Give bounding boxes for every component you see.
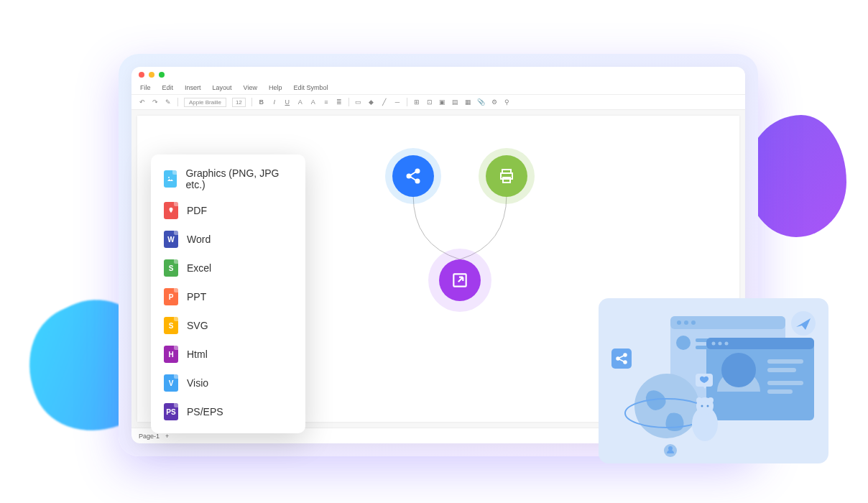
svg-rect-31: [767, 359, 803, 364]
export-node[interactable]: [439, 259, 481, 301]
svg-point-40: [708, 397, 714, 403]
menubar: File Edit Insert Layout View Help Edit S…: [131, 83, 745, 94]
decorative-blob-right: [746, 115, 846, 237]
share-node[interactable]: [392, 155, 434, 197]
export-item-html[interactable]: H Html: [151, 340, 305, 369]
svg-point-13: [624, 361, 627, 364]
excel-file-icon: S: [164, 259, 178, 277]
html-file-icon: H: [164, 346, 178, 363]
line-style-icon[interactable]: ─: [394, 98, 401, 106]
export-label: Visio: [187, 377, 208, 389]
print-icon: [498, 167, 515, 185]
italic-icon[interactable]: I: [271, 98, 278, 106]
export-label: Word: [187, 234, 211, 245]
add-page-button[interactable]: +: [165, 433, 169, 440]
print-node[interactable]: [486, 155, 527, 197]
page-tab[interactable]: Page-1: [139, 433, 160, 440]
layer-icon[interactable]: ▤: [452, 98, 459, 106]
svg-rect-34: [767, 389, 793, 394]
svg-file-icon: S: [164, 317, 178, 334]
align-icon[interactable]: ⊞: [413, 98, 420, 106]
menu-edit[interactable]: Edit: [162, 84, 174, 91]
svg-point-12: [617, 357, 619, 360]
distribute-icon[interactable]: ⊡: [426, 98, 433, 106]
svg-point-42: [707, 405, 709, 407]
font-color-icon[interactable]: A: [297, 98, 304, 106]
pdf-file-icon: [164, 202, 178, 219]
font-size-selector[interactable]: 12: [232, 98, 246, 107]
svg-point-30: [721, 353, 756, 387]
align-left-icon[interactable]: ≡: [323, 98, 330, 106]
export-item-ps[interactable]: PS PS/EPS: [151, 397, 305, 426]
svg-point-21: [691, 320, 696, 325]
redo-icon[interactable]: ↷: [152, 98, 159, 106]
svg-point-39: [696, 397, 702, 403]
export-item-ppt[interactable]: P PPT: [151, 282, 305, 311]
export-item-excel[interactable]: S Excel: [151, 254, 305, 282]
export-label: SVG: [187, 320, 208, 331]
svg-line-4: [410, 177, 416, 180]
bold-icon[interactable]: B: [258, 98, 265, 106]
share-icon: [405, 167, 422, 185]
svg-point-22: [676, 336, 691, 350]
export-label: PDF: [187, 205, 207, 216]
maximize-window-icon[interactable]: [159, 72, 165, 78]
text-box-icon[interactable]: ▭: [355, 98, 362, 106]
minimize-window-icon[interactable]: [149, 72, 154, 78]
menu-view[interactable]: View: [244, 84, 257, 91]
export-label: Graphics (PNG, JPG etc.): [185, 167, 292, 190]
svg-point-9: [168, 177, 170, 178]
svg-rect-32: [767, 368, 796, 372]
undo-icon[interactable]: ↶: [139, 98, 146, 106]
svg-point-11: [624, 354, 627, 356]
svg-point-35: [634, 374, 699, 438]
svg-rect-10: [611, 349, 632, 369]
export-menu: Graphics (PNG, JPG etc.) PDF W Word S Ex…: [151, 154, 305, 433]
settings-icon[interactable]: ⚙: [491, 98, 498, 106]
svg-point-29: [725, 342, 729, 346]
svg-line-3: [410, 172, 416, 175]
export-label: PS/EPS: [187, 406, 223, 417]
export-item-pdf[interactable]: PDF: [151, 196, 305, 225]
export-item-graphics[interactable]: Graphics (PNG, JPG etc.): [151, 162, 305, 196]
menu-edit-symbol[interactable]: Edit Symbol: [293, 84, 328, 91]
export-label: Excel: [187, 262, 211, 274]
toolbar: ↶ ↷ ✎ Apple Braille 12 B I U A A ≡ ≣ ▭ ◆…: [131, 94, 745, 110]
image-icon[interactable]: ▦: [465, 98, 472, 106]
svg-point-28: [719, 342, 722, 346]
visio-file-icon: V: [164, 374, 178, 392]
separator: [348, 98, 349, 106]
underline-icon[interactable]: U: [284, 98, 291, 106]
export-label: PPT: [187, 291, 206, 303]
shape-fill-icon[interactable]: ◆: [368, 98, 375, 106]
svg-rect-33: [767, 381, 803, 385]
illustration-card: [599, 298, 828, 463]
export-icon: [451, 271, 469, 290]
format-painter-icon[interactable]: ✎: [165, 98, 172, 106]
svg-point-20: [684, 320, 688, 325]
export-label: Html: [187, 349, 208, 360]
menu-insert[interactable]: Insert: [185, 84, 201, 91]
highlight-icon[interactable]: A: [310, 98, 317, 106]
ps-file-icon: PS: [164, 403, 178, 420]
line-tool-icon[interactable]: ╱: [381, 98, 388, 106]
attachment-icon[interactable]: 📎: [478, 98, 485, 106]
font-selector[interactable]: Apple Braille: [184, 98, 226, 107]
svg-point-27: [712, 342, 716, 346]
separator: [251, 98, 252, 106]
export-item-svg[interactable]: S SVG: [151, 311, 305, 340]
menu-help[interactable]: Help: [269, 84, 282, 91]
group-icon[interactable]: ▣: [439, 98, 446, 106]
menu-layout[interactable]: Layout: [213, 84, 232, 91]
svg-rect-26: [706, 338, 814, 349]
export-item-visio[interactable]: V Visio: [151, 369, 305, 397]
svg-point-41: [701, 405, 703, 407]
separator: [407, 98, 407, 106]
close-window-icon[interactable]: [139, 72, 144, 78]
search-icon[interactable]: ⚲: [504, 98, 511, 106]
image-file-icon: [164, 170, 177, 188]
menu-file[interactable]: File: [140, 84, 151, 91]
export-item-word[interactable]: W Word: [151, 225, 305, 254]
line-spacing-icon[interactable]: ≣: [336, 98, 343, 106]
word-file-icon: W: [164, 231, 178, 248]
